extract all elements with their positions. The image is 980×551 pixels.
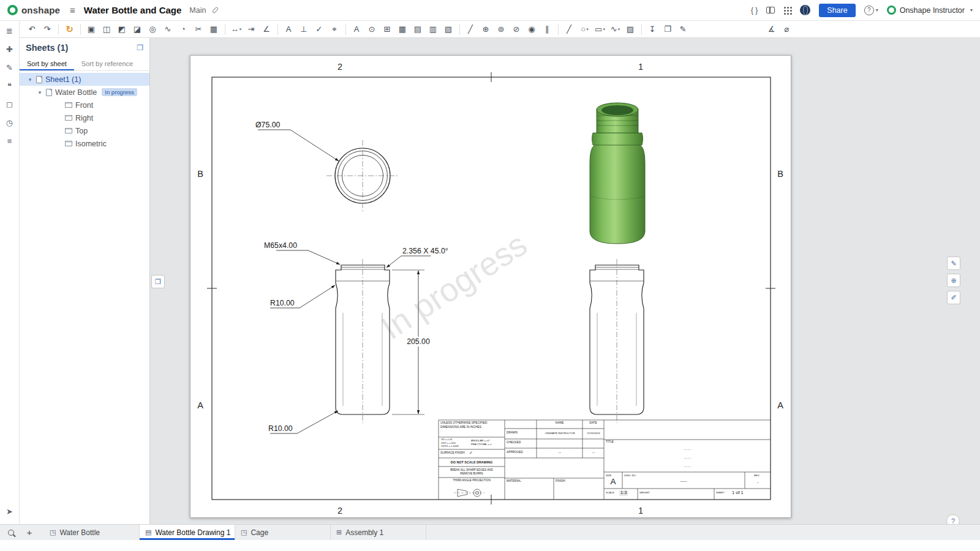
panel-layout-button[interactable] (766, 7, 775, 13)
document-panel-icon[interactable]: ≣ (2, 24, 17, 37)
search-tabs-button[interactable] (4, 525, 18, 540)
inspect-dimension-button[interactable]: ⌀ (779, 22, 794, 37)
drawing-item-row[interactable]: ▾ Water Bottle In progress (20, 86, 149, 99)
table-button[interactable]: ⊞ (380, 22, 395, 37)
export-dxf-button[interactable]: ↧ (645, 22, 660, 37)
tab-assembly-1[interactable]: ⊞ Assembly 1 (331, 525, 426, 540)
datum-target-button[interactable]: ◉ (524, 22, 540, 37)
undo-button[interactable]: ↶ (24, 22, 40, 37)
section-view-button[interactable]: ◪ (130, 22, 145, 37)
app-store-button[interactable] (783, 6, 791, 14)
drawing-sheet[interactable]: 2 1 2 1 B A B A Ø75.00 M65x4.00 2.356 X … (190, 55, 791, 518)
auxiliary-view-button[interactable]: ◩ (115, 22, 130, 37)
sketch-line-button[interactable]: ╱ (562, 22, 577, 37)
text-button[interactable]: A (349, 22, 364, 37)
tb-scale-value[interactable]: 1:3 (619, 490, 628, 496)
right-view[interactable] (590, 259, 644, 423)
tab-water-bottle-drawing-1[interactable]: ▤ Water Bottle Drawing 1 (140, 525, 235, 540)
caret-down-icon[interactable]: ▾ (37, 89, 43, 96)
document-menu-button[interactable]: ≡ (70, 5, 75, 15)
update-views-button[interactable]: ↻ (62, 22, 77, 37)
parallel-lines-button[interactable]: ∥ (540, 22, 555, 37)
branch-label[interactable]: Main (189, 6, 206, 15)
view-item-front[interactable]: Front (20, 99, 149, 111)
view-item-isometric[interactable]: Isometric (20, 137, 149, 150)
user-menu-button[interactable]: Onshape Instructor ▾ (887, 6, 973, 15)
drawing-canvas[interactable]: 2 1 2 1 B A B A Ø75.00 M65x4.00 2.356 X … (150, 38, 980, 524)
add-tab-button[interactable]: + (22, 525, 37, 540)
chamfer-dimension-button[interactable]: ∠ (259, 22, 274, 37)
front-view[interactable] (336, 259, 390, 423)
featurescript-button[interactable]: { } (751, 6, 758, 15)
dimension-radius-bottom[interactable]: R10.00 (268, 424, 293, 433)
zone-label: 1 (636, 62, 646, 72)
redo-button[interactable]: ↷ (40, 22, 55, 37)
edit-style-button[interactable]: ✎ (676, 22, 691, 37)
parts-icon[interactable]: ◻ (2, 97, 17, 111)
share-link-icon[interactable] (212, 7, 219, 13)
projected-view-button[interactable]: ◫ (99, 22, 115, 37)
hatch-button[interactable]: ▨ (623, 22, 638, 37)
edit-drawing-button[interactable]: ✎ (947, 257, 960, 270)
dock-panel-icon[interactable]: ❐ (137, 43, 143, 52)
history-icon[interactable]: ◷ (2, 116, 17, 129)
sketch-rectangle-button[interactable]: ▭▾ (592, 22, 608, 37)
datum-button[interactable]: ⊥ (296, 22, 312, 37)
surface-finish-button[interactable]: ✓ (312, 22, 327, 37)
zone-label: A (775, 400, 785, 410)
broken-view-button[interactable]: ∿ (160, 22, 176, 37)
hole-table-button[interactable]: ▦ (395, 22, 410, 37)
language-button[interactable] (800, 5, 810, 15)
centerline-button[interactable]: ╱ (463, 22, 478, 37)
revision-table-button[interactable]: ▥ (426, 22, 441, 37)
tab-sort-by-sheet[interactable]: Sort by sheet (20, 58, 74, 70)
feature-control-frame-button[interactable]: ⌖ (327, 22, 342, 37)
detail-view-button[interactable]: ◎ (145, 22, 160, 37)
cut-list-button[interactable]: ▧ (441, 22, 456, 37)
tb-approved-name: -- (537, 450, 582, 454)
crop-view-button[interactable]: ✂ (191, 22, 206, 37)
dimension-radius-top[interactable]: R10.00 (270, 299, 295, 307)
tab-sort-by-reference[interactable]: Sort by reference (74, 58, 140, 70)
note-button[interactable]: A (281, 22, 296, 37)
caret-down-icon[interactable]: ▾ (27, 77, 33, 83)
dimension-thread[interactable]: M65x4.00 (264, 241, 297, 250)
sheet-row-sheet1[interactable]: ▾ Sheet1 (1) (20, 73, 149, 86)
help-walkthrough-button[interactable]: ? (946, 514, 960, 524)
view-item-top[interactable]: Top (20, 124, 149, 137)
left-icon-strip: ≣✚✎❝◻◷≡ ➤ (0, 21, 20, 524)
ordinate-dimension-button[interactable]: ⇥ (244, 22, 259, 37)
measure-button[interactable]: ∡ (764, 22, 779, 37)
measure-overlay-button[interactable]: ⊕ (947, 274, 960, 287)
sheet-thumbnails-button[interactable]: ❐ (151, 275, 165, 288)
help-menu-button[interactable]: ? ▾ (864, 6, 878, 15)
cosmetic-thread-button[interactable]: ⊚ (494, 22, 509, 37)
document-tab-bar: + ◳ Water Bottle ▤ Water Bottle Drawing … (0, 524, 980, 540)
snapshot-button[interactable]: ❐ (660, 22, 676, 37)
insert-image-button[interactable]: ▦ (206, 22, 222, 37)
follow-mode-icon[interactable]: ➤ (2, 504, 17, 518)
dimension-diameter[interactable]: Ø75.00 (255, 121, 280, 129)
share-button[interactable]: Share (819, 4, 855, 17)
dimension-button[interactable]: ↔▾ (228, 22, 244, 37)
dimension-chamfer[interactable]: 2.356 X 45.0° (402, 247, 448, 255)
isometric-view[interactable] (590, 103, 645, 244)
view-item-right[interactable]: Right (20, 111, 149, 124)
sketch-circle-button[interactable]: ○▾ (577, 22, 592, 37)
center-mark-button[interactable]: ⊕ (478, 22, 494, 37)
comment-icon[interactable]: ❝ (2, 79, 17, 92)
find-annotation-button[interactable]: ⊙ (364, 22, 380, 37)
insert-view-button[interactable]: ▣ (84, 22, 99, 37)
top-view[interactable] (326, 140, 399, 212)
sketch-spline-button[interactable]: ∿▾ (608, 22, 623, 37)
tab-water-bottle[interactable]: ◳ Water Bottle (44, 525, 140, 540)
tab-cage[interactable]: ◳ Cage (235, 525, 331, 540)
bom-table-button[interactable]: ▤ (410, 22, 426, 37)
transform-icon[interactable]: ✚ (2, 42, 17, 56)
part-studio-icon: ◳ (50, 528, 56, 536)
tools-button[interactable]: ✐ (947, 291, 960, 304)
appearance-icon[interactable]: ✎ (2, 61, 17, 74)
hole-callout-button[interactable]: ⊘ (509, 22, 524, 37)
properties-icon[interactable]: ≡ (2, 134, 17, 148)
break-out-view-button[interactable]: ◔ (176, 22, 191, 37)
